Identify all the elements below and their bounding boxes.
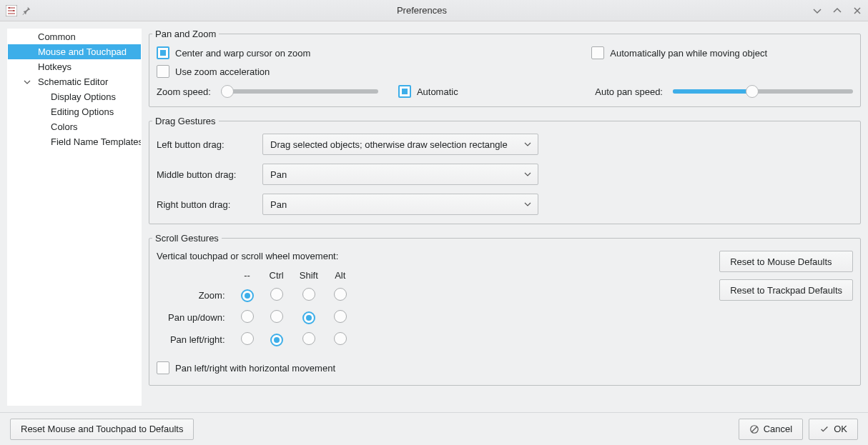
- scroll-intro: Vertical touchpad or scroll wheel moveme…: [157, 251, 355, 261]
- auto-pan-speed-slider[interactable]: [673, 89, 853, 94]
- radio-zoom-shift[interactable]: [302, 288, 315, 301]
- center-warp-checkbox[interactable]: Center and warp cursor on zoom: [157, 46, 310, 59]
- minimize-icon[interactable]: [812, 6, 822, 16]
- checkbox-checked-icon: [157, 46, 169, 59]
- radio-panud-ctrl[interactable]: [270, 310, 283, 323]
- chevron-down-icon: [523, 170, 532, 179]
- zoom-speed-slider[interactable]: [221, 89, 378, 94]
- middle-drag-label: Middle button drag:: [157, 169, 257, 180]
- category-tree[interactable]: Common Mouse and Touchpad Hotkeys Schema…: [7, 29, 142, 406]
- maximize-icon[interactable]: [832, 6, 842, 16]
- right-drag-label: Right button drag:: [157, 199, 257, 210]
- radio-panud-alt[interactable]: [334, 310, 347, 323]
- zoom-speed-automatic-checkbox[interactable]: Automatic: [398, 85, 458, 98]
- ok-button[interactable]: OK: [809, 419, 858, 440]
- checkbox-checked-icon: [398, 85, 411, 98]
- app-icon: [6, 5, 17, 16]
- col-alt: Alt: [327, 267, 354, 284]
- row-zoom-label: Zoom:: [158, 285, 232, 306]
- radio-panud-shift[interactable]: [302, 311, 315, 324]
- cancel-button[interactable]: Cancel: [739, 419, 803, 440]
- checkbox-icon: [157, 65, 169, 78]
- radio-panlr-alt[interactable]: [334, 332, 347, 345]
- scroll-modifier-table: -- Ctrl Shift Alt Zoom:: [157, 266, 355, 351]
- scroll-gestures-group: Scroll Gestures Vertical touchpad or scr…: [149, 233, 861, 386]
- radio-zoom-alt[interactable]: [334, 288, 347, 301]
- col-none: --: [234, 267, 261, 284]
- col-shift: Shift: [292, 267, 325, 284]
- check-icon: [819, 424, 829, 434]
- middle-drag-select[interactable]: Pan: [262, 164, 538, 185]
- drag-legend: Drag Gestures: [152, 116, 219, 126]
- sidebar-item-schematic-editor[interactable]: Schematic Editor: [8, 74, 141, 89]
- use-zoom-accel-checkbox[interactable]: Use zoom acceleration: [157, 65, 270, 78]
- radio-panlr-ctrl[interactable]: [270, 334, 283, 346]
- auto-pan-speed-label: Auto pan speed:: [595, 86, 663, 97]
- dialog-footer: Reset Mouse and Touchpad to Defaults Can…: [0, 412, 868, 445]
- radio-panud-none[interactable]: [241, 310, 254, 323]
- cancel-icon: [749, 424, 759, 434]
- chevron-down-icon[interactable]: [22, 77, 32, 87]
- row-pan-lr-label: Pan left/right:: [158, 329, 232, 350]
- right-drag-select[interactable]: Pan: [262, 194, 538, 215]
- sidebar-item-editing-options[interactable]: Editing Options: [8, 104, 141, 119]
- reset-page-defaults-button[interactable]: Reset Mouse and Touchpad to Defaults: [10, 419, 194, 440]
- left-drag-label: Left button drag:: [157, 139, 257, 150]
- titlebar: Preferences: [0, 0, 868, 21]
- sidebar-item-colors[interactable]: Colors: [8, 119, 141, 134]
- radio-panlr-none[interactable]: [241, 332, 254, 345]
- content-panel: Pan and Zoom Center and warp cursor on z…: [149, 29, 861, 406]
- chevron-down-icon: [523, 200, 532, 209]
- svg-line-4: [751, 426, 756, 431]
- checkbox-icon: [157, 361, 169, 374]
- sidebar-item-display-options[interactable]: Display Options: [8, 89, 141, 104]
- chevron-down-icon: [523, 140, 532, 149]
- row-pan-ud-label: Pan up/down:: [158, 307, 232, 328]
- sidebar-item-hotkeys[interactable]: Hotkeys: [8, 59, 141, 74]
- close-icon[interactable]: [852, 6, 862, 16]
- radio-panlr-shift[interactable]: [302, 332, 315, 345]
- svg-point-2: [13, 10, 14, 11]
- reset-mouse-defaults-button[interactable]: Reset to Mouse Defaults: [719, 251, 853, 272]
- svg-point-1: [9, 7, 10, 9]
- panzoom-group: Pan and Zoom Center and warp cursor on z…: [149, 29, 861, 107]
- sidebar-item-common[interactable]: Common: [8, 29, 141, 44]
- drag-gestures-group: Drag Gestures Left button drag: Drag sel…: [149, 116, 861, 224]
- scroll-legend: Scroll Gestures: [152, 233, 222, 244]
- sidebar-item-field-name-templates[interactable]: Field Name Templates: [8, 134, 141, 149]
- radio-zoom-none[interactable]: [241, 289, 254, 302]
- auto-pan-moving-checkbox[interactable]: Automatically pan while moving object: [591, 46, 767, 59]
- pan-lr-horizontal-checkbox[interactable]: Pan left/right with horizontal movement: [157, 361, 335, 374]
- col-ctrl: Ctrl: [262, 267, 291, 284]
- zoom-speed-label: Zoom speed:: [157, 86, 211, 97]
- left-drag-select[interactable]: Drag selected objects; otherwise draw se…: [262, 134, 538, 155]
- window-title: Preferences: [31, 5, 812, 16]
- checkbox-icon: [591, 46, 604, 59]
- panzoom-legend: Pan and Zoom: [152, 29, 219, 39]
- reset-trackpad-defaults-button[interactable]: Reset to Trackpad Defaults: [719, 279, 853, 301]
- sidebar-item-mouse-touchpad[interactable]: Mouse and Touchpad: [8, 44, 141, 59]
- pin-icon[interactable]: [21, 6, 31, 16]
- radio-zoom-ctrl[interactable]: [270, 288, 283, 301]
